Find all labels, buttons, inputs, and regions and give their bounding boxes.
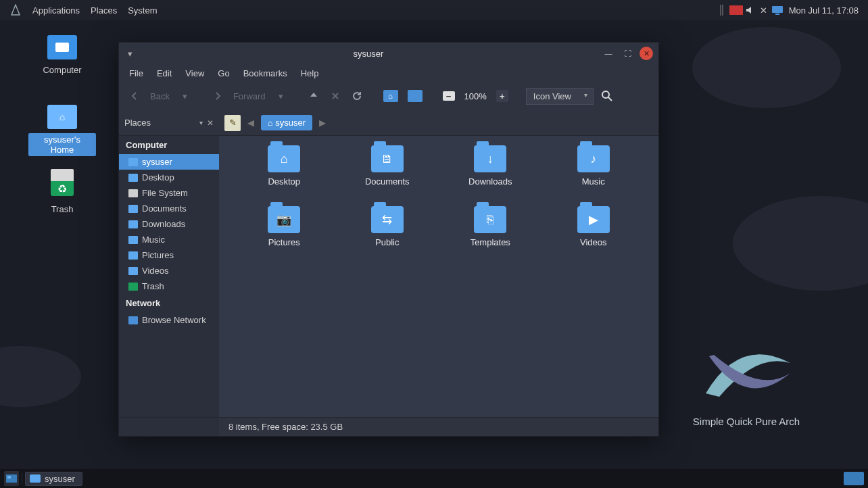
window-title: sysuser — [141, 49, 596, 59]
sidebar-item-desktop[interactable]: Desktop — [119, 170, 219, 185]
clock[interactable]: Mon Jul 11, 17:08 — [783, 5, 864, 16]
menu-bookmarks[interactable]: Bookmarks — [237, 66, 293, 80]
window-menu-icon[interactable]: ▾ — [124, 49, 135, 59]
svg-rect-3 — [775, 14, 779, 15]
show-desktop-button[interactable] — [4, 471, 19, 486]
svg-rect-7 — [7, 476, 11, 479]
zoom-in-button[interactable]: + — [493, 87, 511, 105]
distro-logo[interactable] — [4, 0, 27, 20]
folder-icon: ♪ — [577, 145, 610, 172]
svg-line-5 — [608, 97, 612, 101]
taskbar-item-filemanager[interactable]: sysuser — [25, 472, 82, 486]
view-mode-dropdown[interactable]: Icon View — [526, 88, 594, 105]
sidebar-item-file-system[interactable]: File System — [119, 185, 219, 201]
folder-downloads[interactable]: ↓Downloads — [439, 145, 542, 206]
sidebar-item-music[interactable]: Music — [119, 232, 219, 247]
forward-dropdown-icon[interactable]: ▾ — [272, 87, 290, 105]
desktop-icon-home[interactable]: ⌂ sysuser's Home — [28, 105, 96, 156]
workspace-switcher[interactable] — [844, 472, 864, 485]
folder-pictures[interactable]: 📷Pictures — [233, 206, 336, 267]
menu-system[interactable]: System — [122, 0, 162, 20]
menu-view[interactable]: View — [179, 66, 210, 80]
sidebar-item-documents[interactable]: Documents — [119, 201, 219, 216]
folder-icon: 📷 — [268, 206, 300, 233]
folder-desktop[interactable]: ⌂Desktop — [233, 145, 336, 206]
up-button[interactable] — [305, 87, 322, 105]
menu-places[interactable]: Places — [85, 0, 122, 20]
display-icon[interactable] — [771, 4, 783, 16]
folder-icon: ⎘ — [474, 206, 506, 233]
folder-icon — [128, 158, 138, 166]
folder-templates[interactable]: ⎘Templates — [439, 206, 542, 267]
tray-close-icon[interactable]: ✕ — [758, 4, 770, 16]
forward-arrow-icon[interactable] — [209, 87, 226, 105]
menu-file[interactable]: File — [123, 66, 149, 80]
computer-button[interactable] — [405, 87, 425, 105]
maximize-button[interactable]: ⛶ — [621, 47, 634, 60]
folder-label: Videos — [580, 237, 607, 247]
breadcrumb-next-icon[interactable]: ▶ — [316, 118, 329, 128]
folder-icon — [128, 220, 138, 228]
folder-label: Public — [375, 237, 399, 247]
close-button[interactable]: ✕ — [640, 47, 653, 60]
back-dropdown-icon[interactable]: ▾ — [176, 87, 194, 105]
sidepanel-selector[interactable]: Places — [124, 118, 195, 128]
menu-applications[interactable]: Applications — [27, 0, 85, 20]
sidebar-header-computer: Computer — [119, 136, 219, 154]
folder-icon: ↓ — [474, 145, 506, 172]
search-button[interactable] — [598, 87, 617, 105]
sidebar-item-trash[interactable]: Trash — [119, 278, 219, 294]
sidebar-item-browse-network[interactable]: Browse Network — [119, 312, 219, 328]
folder-label: Music — [582, 176, 605, 187]
sidepanel-dropdown-icon[interactable]: ▾ — [199, 119, 203, 126]
back-arrow-icon[interactable] — [126, 87, 143, 105]
network-icon — [128, 316, 138, 324]
desktop-icon-computer[interactable]: Computer — [28, 35, 96, 76]
folder-videos[interactable]: ▶Videos — [542, 206, 646, 267]
menu-edit[interactable]: Edit — [151, 66, 178, 80]
home-button[interactable]: ⌂ — [381, 87, 401, 105]
edit-path-button[interactable]: ✎ — [224, 115, 241, 131]
keyboard-layout-icon[interactable] — [729, 5, 743, 15]
folder-label: Downloads — [468, 176, 512, 187]
tray-separator-icon[interactable] — [716, 4, 728, 16]
sidebar-item-downloads[interactable]: Downloads — [119, 216, 219, 232]
icon-view[interactable]: ⌂Desktop🗎Documents↓Downloads♪Music📷Pictu… — [219, 136, 658, 417]
sidebar: Computer sysuserDesktopFile SystemDocume… — [119, 136, 219, 417]
sidebar-item-pictures[interactable]: Pictures — [119, 247, 219, 263]
folder-icon: ⇆ — [371, 206, 404, 233]
sidebar-item-videos[interactable]: Videos — [119, 263, 219, 278]
sidebar-item-sysuser[interactable]: sysuser — [119, 154, 219, 170]
folder-public[interactable]: ⇆Public — [336, 206, 439, 267]
sidepanel-close-icon[interactable]: ✕ — [207, 118, 214, 128]
folder-label: Templates — [471, 237, 510, 247]
statusbar: 8 items, Free space: 23.5 GB — [219, 418, 658, 436]
zoom-out-button[interactable]: − — [440, 87, 458, 105]
sidebar-item-label: File System — [142, 188, 188, 198]
home-folder-icon: ⌂ — [47, 105, 77, 129]
folder-icon — [128, 174, 138, 182]
reload-button[interactable] — [348, 87, 366, 105]
forward-button[interactable]: Forward — [231, 87, 268, 105]
sidebar-item-label: Downloads — [142, 219, 185, 229]
breadcrumb-current[interactable]: ⌂ sysuser — [261, 115, 312, 130]
back-button[interactable]: Back — [147, 87, 172, 105]
volume-muted-icon[interactable] — [744, 4, 756, 16]
folder-documents[interactable]: 🗎Documents — [336, 145, 439, 206]
sidebar-item-label: Pictures — [142, 250, 174, 260]
menu-help[interactable]: Help — [295, 66, 325, 80]
window-titlebar[interactable]: ▾ sysuser — ⛶ ✕ — [119, 43, 658, 64]
desktop-icon-trash[interactable]: ♻ Trash — [28, 169, 96, 216]
folder-icon: ⌂ — [268, 145, 300, 172]
minimize-button[interactable]: — — [602, 47, 615, 60]
menubar: File Edit View Go Bookmarks Help — [119, 64, 658, 82]
folder-label: Documents — [365, 176, 410, 187]
menu-go[interactable]: Go — [212, 66, 235, 80]
folder-icon — [128, 236, 138, 244]
stop-button[interactable] — [327, 87, 344, 105]
breadcrumb-prev-icon[interactable]: ◀ — [245, 118, 257, 128]
folder-music[interactable]: ♪Music — [542, 145, 646, 206]
sidebar-item-label: Music — [142, 235, 165, 245]
distro-brand: Simple Quick Pure Arch — [692, 316, 800, 427]
top-panel: Applications Places System ✕ Mon Jul 11,… — [0, 0, 868, 20]
